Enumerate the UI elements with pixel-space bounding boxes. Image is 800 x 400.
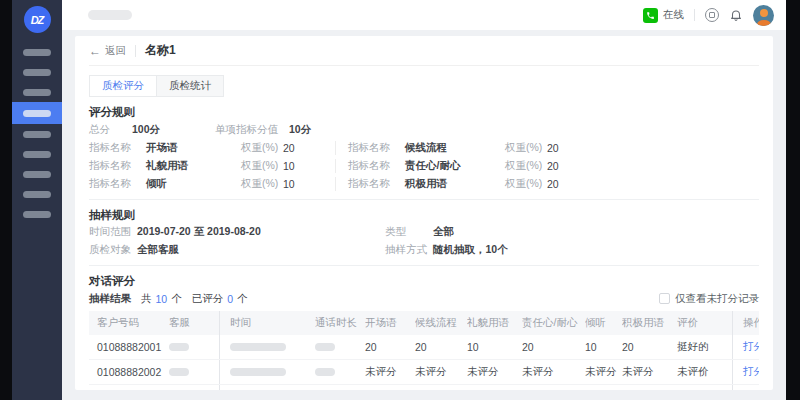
user-avatar[interactable] [753, 5, 774, 26]
cell-action: 打分 [732, 335, 759, 359]
scoring-meta-row: 总分 100分 单项指标分值 10分 [89, 120, 759, 139]
cell-score: 20 [365, 341, 415, 353]
sidebar-item-active[interactable] [12, 102, 62, 124]
page-title: 名称1 [145, 42, 176, 59]
sampling-rules-section: 抽样规则 时间范围 2019-07-20 至 2019-08-20 类型 全部 [89, 200, 759, 266]
menu-placeholder [23, 89, 51, 96]
col-header-polite-language: 礼貌用语 [467, 316, 522, 330]
indicator-name: 礼貌用语 [146, 159, 241, 173]
type-value: 全部 [433, 225, 454, 239]
inspect-target-label: 质检对象 [89, 243, 137, 257]
filter-checkbox[interactable] [659, 293, 670, 304]
page-content: ← 返回 名称1 质检评分 质检统计 评分规则 总分 100分 [62, 30, 786, 400]
cell-score: 未评分 [365, 365, 415, 379]
menu-placeholder [23, 69, 51, 76]
sidebar-item[interactable] [12, 204, 62, 224]
time-range-label: 时间范围 [89, 225, 137, 239]
back-button[interactable]: ← 返回 [89, 44, 126, 58]
sidebar-item[interactable] [12, 42, 62, 62]
dialog-scoring-section: 对话评分 抽样结果 共 10 个 已评分 0 个 [89, 266, 759, 390]
weight-value: 20 [283, 142, 295, 154]
total-prefix: 共 [141, 292, 152, 306]
menu-placeholder [23, 191, 51, 198]
main-area: 在线 ← 返回 名称1 [62, 0, 786, 400]
sidebar-item[interactable] [12, 124, 62, 144]
tab-quality-statistics[interactable]: 质检统计 [157, 75, 224, 97]
sidebar-item[interactable] [12, 62, 62, 82]
weight-label: 权重(%) [505, 159, 547, 173]
score-link[interactable]: 打分 [743, 365, 759, 379]
indicator-name: 开场语 [146, 141, 241, 155]
back-arrow-icon: ← [89, 45, 101, 57]
cell-time [219, 360, 315, 384]
inspect-target-value: 全部客服 [137, 243, 179, 257]
agent-placeholder [169, 368, 189, 376]
sidebar-item[interactable] [12, 82, 62, 102]
notification-bell-icon[interactable] [729, 8, 743, 22]
header-divider [135, 45, 136, 57]
filter-unscored-toggle[interactable]: 仅查看未打分记录 [659, 292, 759, 306]
score-link[interactable]: 打分 [743, 340, 759, 354]
sampling-row: 时间范围 2019-07-20 至 2019-08-20 类型 全部 [89, 223, 759, 241]
online-status[interactable]: 在线 [643, 8, 684, 23]
cell-score: 未评分 [585, 365, 622, 379]
time-placeholder [230, 343, 286, 351]
cell-customer-number: 01088882002 [89, 366, 169, 378]
indicator-name: 倾听 [146, 177, 241, 191]
cell-score: 未评分 [415, 365, 467, 379]
sidebar-item[interactable] [12, 184, 62, 204]
cell-call-duration [315, 341, 365, 353]
sidebar-item[interactable] [12, 144, 62, 164]
single-score-value: 10分 [289, 123, 311, 137]
weight-value: 10 [283, 178, 295, 190]
sampling-method-label: 抽样方式 [385, 243, 433, 257]
time-placeholder [230, 368, 286, 376]
cell-score: 20 [522, 341, 585, 353]
sidebar-nav [12, 42, 62, 224]
indicator-name-label: 指标名称 [89, 177, 146, 191]
weight-label: 权重(%) [505, 141, 547, 155]
weight-value: 10 [283, 160, 295, 172]
cell-action: 打分 [732, 385, 759, 390]
type-label: 类型 [385, 225, 433, 239]
scored-count: 0 [227, 293, 233, 305]
total-score-value: 100分 [132, 123, 215, 137]
indicator-row: 指标名称 礼貌用语 权重(%) 10 指标名称 责任心/耐心 权重(%) 20 [89, 157, 759, 175]
weight-value: 20 [547, 160, 559, 172]
section-title-dialog: 对话评分 [89, 274, 759, 289]
indicator-name-label: 指标名称 [89, 141, 146, 155]
indicator-name: 责任心/耐心 [405, 159, 505, 173]
app-logo[interactable]: DZ [24, 6, 51, 33]
weight-label: 权重(%) [505, 177, 547, 191]
indicator-name-label: 指标名称 [348, 177, 405, 191]
indicator-row: 指标名称 开场语 权重(%) 20 指标名称 候线流程 权重(%) 20 [89, 139, 759, 157]
breadcrumb-placeholder [88, 10, 132, 20]
sampling-method-value: 随机抽取，10个 [433, 243, 508, 257]
online-label: 在线 [663, 8, 684, 22]
tab-quality-scoring[interactable]: 质检评分 [89, 75, 157, 97]
weight-value: 20 [547, 178, 559, 190]
col-header-customer-number: 客户号码 [89, 316, 169, 330]
scored-unit: 个 [237, 292, 248, 306]
weight-value: 20 [547, 142, 559, 154]
duration-placeholder [315, 343, 335, 351]
menu-placeholder [23, 171, 51, 178]
col-header-agent: 客服 [169, 316, 219, 330]
sidebar-item[interactable] [12, 164, 62, 184]
app-window: DZ 在线 [12, 0, 786, 400]
cell-score: 未评分 [522, 365, 585, 379]
col-header-responsibility: 责任心/耐心 [522, 316, 585, 330]
cell-customer-number: 01088882001 [89, 341, 169, 353]
table-row: 01088882002 未评分 未评分 未评分 未评分 未评分 未评分 未 [89, 360, 759, 385]
duration-placeholder [315, 368, 335, 376]
workbench-icon[interactable] [705, 8, 719, 22]
menu-placeholder [23, 49, 51, 56]
total-count: 10 [156, 293, 168, 305]
topbar-actions: 在线 [643, 5, 774, 26]
cell-evaluation: 未评价 [677, 365, 732, 379]
col-header-hold-process: 候线流程 [415, 316, 467, 330]
cell-score: 10 [585, 341, 622, 353]
col-header-action: 操作 [732, 311, 759, 335]
menu-placeholder [23, 151, 51, 158]
total-unit: 个 [171, 292, 182, 306]
